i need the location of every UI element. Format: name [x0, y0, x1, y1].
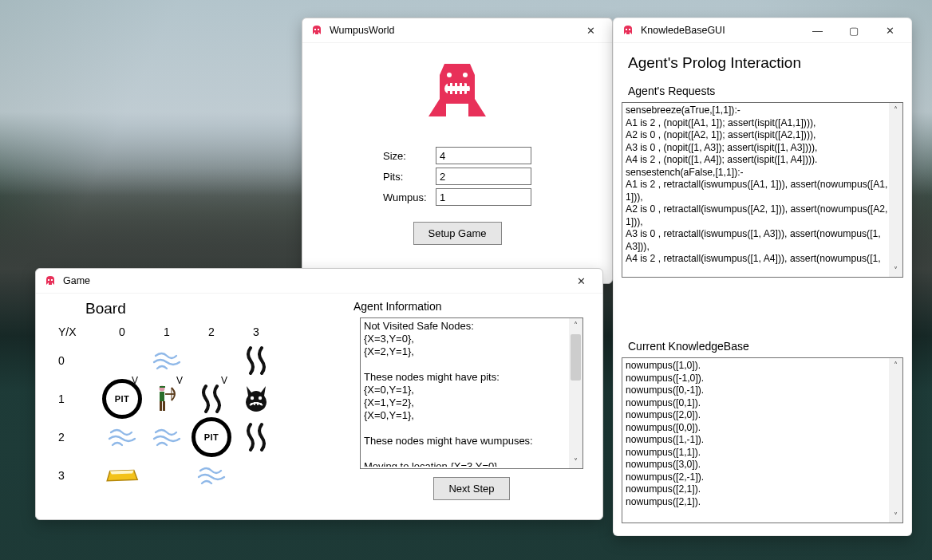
board-row: 1 V PIT V	[53, 380, 325, 418]
hunter-icon	[151, 383, 183, 415]
svg-rect-11	[462, 91, 464, 96]
close-icon: ✕	[577, 276, 586, 286]
cell-0-2	[189, 341, 234, 380]
label-size: Size:	[383, 150, 436, 162]
input-size[interactable]	[436, 147, 531, 164]
col-header: 3	[234, 325, 278, 338]
textbox-agents-requests[interactable]: sensebreeze(aTrue,[1,1]):- A1 is 2 , (no…	[622, 102, 903, 278]
window-game: Game ✕ Board Y/X 0 1 2 3 0	[35, 268, 603, 520]
scrollbar[interactable]: ˄ ˅	[889, 103, 902, 277]
scrollbar[interactable]: ˄ ˅	[889, 358, 902, 523]
svg-rect-23	[163, 401, 165, 411]
scroll-down-icon[interactable]: ˅	[889, 509, 902, 523]
kb-body: Agent's Prolog Interaction Agent's Reque…	[614, 54, 911, 523]
app-icon	[310, 24, 323, 37]
cell-0-3	[234, 341, 278, 380]
window-knowledgebase: KnowledeBaseGUI — ▢ ✕ Agent's Prolog Int…	[613, 18, 912, 536]
board-col-headers: Y/X 0 1 2 3	[53, 322, 325, 341]
maximize-button[interactable]: ▢	[835, 18, 872, 42]
board-panel: Board Y/X 0 1 2 3 0	[36, 294, 352, 520]
label-wumpus: Wumpus:	[383, 191, 436, 203]
cell-2-2: PIT	[189, 418, 234, 456]
window-title: KnowledeBaseGUI	[641, 25, 725, 36]
cell-0-0	[100, 341, 144, 380]
svg-rect-12	[467, 91, 469, 96]
svg-rect-15	[626, 29, 627, 30]
header-prolog-interaction: Agent's Prolog Interaction	[628, 54, 911, 72]
scroll-down-icon[interactable]: ˅	[569, 455, 582, 468]
cell-1-3	[234, 380, 278, 418]
scroll-up-icon[interactable]: ˄	[889, 358, 902, 372]
wumpus-icon	[242, 385, 271, 413]
cell-3-1	[144, 456, 189, 495]
stench-icon	[199, 383, 223, 415]
cell-1-2: V	[189, 380, 234, 418]
breeze-icon	[197, 464, 226, 487]
gold-icon	[105, 465, 140, 485]
svg-rect-10	[457, 91, 460, 96]
close-button[interactable]: ✕	[872, 18, 908, 42]
cell-0-1	[144, 341, 189, 380]
cell-2-1	[144, 418, 189, 456]
titlebar[interactable]: WumpusWorld ✕	[302, 18, 612, 43]
col-header: 2	[189, 325, 234, 338]
minimize-button[interactable]: —	[800, 18, 835, 42]
row-header: 0	[53, 354, 100, 367]
row-header: 2	[53, 431, 100, 444]
window-title: WumpusWorld	[330, 25, 395, 36]
row-header: 1	[53, 392, 100, 405]
scrollbar[interactable]: ˄ ˅	[569, 318, 582, 468]
scroll-thumb[interactable]	[571, 334, 581, 381]
cell-2-3	[234, 418, 278, 456]
scroll-down-icon[interactable]: ˅	[889, 263, 902, 277]
board-title: Board	[85, 300, 349, 317]
window-wumpusworld: WumpusWorld ✕ Size:	[302, 18, 613, 284]
svg-rect-8	[448, 91, 450, 96]
svg-rect-3	[448, 81, 450, 86]
setup-body: Size: Pits: Wumpus: Setup Game	[302, 43, 612, 256]
app-icon	[44, 274, 57, 287]
scroll-up-icon[interactable]: ˄	[569, 318, 582, 332]
next-step-button[interactable]: Next Step	[433, 477, 509, 500]
window-title: Game	[63, 275, 90, 286]
close-button[interactable]: ✕	[573, 18, 609, 42]
agent-info-text: Not Visited Safe Nodes: {X=3,Y=0}, {X=2,…	[364, 320, 569, 467]
svg-rect-21	[160, 392, 164, 401]
titlebar[interactable]: Game ✕	[36, 269, 602, 294]
svg-point-24	[251, 396, 254, 400]
input-pits[interactable]	[436, 168, 531, 185]
svg-rect-0	[314, 29, 316, 30]
titlebar[interactable]: KnowledeBaseGUI — ▢ ✕	[614, 18, 911, 43]
maximize-icon: ▢	[849, 26, 859, 36]
board-row: 2 PIT	[53, 418, 325, 456]
scroll-up-icon[interactable]: ˄	[889, 103, 902, 116]
label-agent-information: Agent Information	[353, 300, 591, 313]
input-wumpus[interactable]	[436, 188, 531, 206]
svg-rect-17	[48, 279, 49, 281]
close-button[interactable]: ✕	[563, 269, 599, 293]
cell-3-2	[189, 456, 234, 495]
stench-icon	[244, 345, 268, 377]
board-row: 3	[53, 456, 325, 495]
svg-point-13	[447, 73, 452, 77]
svg-point-14	[463, 73, 468, 77]
setup-game-button[interactable]: Setup Game	[413, 222, 502, 245]
requests-text: sensebreeze(aTrue,[1,1]):- A1 is 2 , (no…	[626, 105, 889, 275]
board-row: 0	[53, 341, 325, 380]
stench-icon	[244, 421, 268, 453]
app-icon	[622, 24, 634, 37]
col-header: 1	[144, 325, 189, 338]
textbox-agent-info[interactable]: Not Visited Safe Nodes: {X=3,Y=0}, {X=2,…	[360, 317, 583, 469]
label-pits: Pits:	[383, 171, 436, 183]
wumpus-logo-icon	[421, 59, 494, 128]
svg-rect-4	[452, 81, 455, 86]
breeze-icon	[152, 426, 181, 448]
breeze-icon	[152, 349, 181, 372]
visited-mark: V	[221, 375, 227, 386]
label-current-kb: Current KnowledgeBase	[628, 340, 911, 353]
agent-panel: Agent Information Not Visited Safe Nodes…	[352, 294, 602, 520]
breeze-icon	[108, 426, 136, 448]
textbox-current-kb[interactable]: nowumpus([1,0]). nowumpus([-1,0]). nowum…	[622, 357, 903, 523]
svg-rect-7	[467, 81, 469, 86]
row-header: 3	[53, 469, 100, 482]
